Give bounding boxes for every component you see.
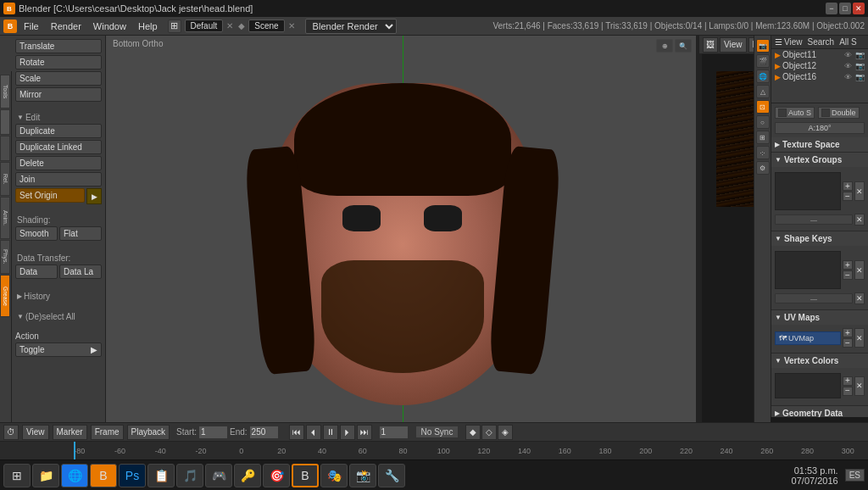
uv-view-button[interactable]: View: [720, 37, 747, 53]
nav-view-icon[interactable]: ⊕: [656, 39, 673, 53]
taskbar-explorer-button[interactable]: 📁: [32, 464, 59, 487]
timeline-playhead[interactable]: [74, 442, 75, 460]
taskbar-music-button[interactable]: 🎵: [176, 464, 203, 487]
menu-render[interactable]: Render: [46, 19, 86, 33]
prop-icon-object[interactable]: △: [756, 85, 770, 98]
taskbar-app5-button[interactable]: 🔧: [378, 464, 405, 487]
engine-dropdown[interactable]: Blender Render: [303, 19, 398, 34]
object-11-eye-icon[interactable]: 👁: [844, 51, 852, 59]
uv-type-icon[interactable]: 🖼: [703, 37, 718, 53]
play-back-icon[interactable]: ⏴: [306, 425, 321, 440]
menu-window[interactable]: Window: [88, 19, 131, 33]
object-16-eye-icon[interactable]: 👁: [844, 73, 852, 81]
vertex-groups-x-button[interactable]: ✕: [854, 181, 865, 201]
vertex-group-check-button[interactable]: ✕: [854, 214, 865, 226]
geometry-data-header[interactable]: ▶ Geometry Data: [771, 406, 868, 417]
angle-input[interactable]: A:180°: [775, 122, 865, 134]
keyframe-3-icon[interactable]: ◈: [498, 425, 513, 440]
prop-icon-scene[interactable]: 🎬: [756, 54, 770, 68]
vertical-divider[interactable]: [696, 36, 698, 453]
taskbar-office-button[interactable]: 📋: [147, 464, 175, 487]
tab-2[interactable]: [0, 136, 10, 161]
close-button[interactable]: ✕: [853, 3, 865, 14]
object-item-11[interactable]: ▶ Object11 👁 📷: [771, 49, 868, 60]
object-list-view[interactable]: View: [784, 37, 803, 47]
shape-keys-x-button[interactable]: ✕: [854, 260, 865, 280]
vertex-groups-minus-button[interactable]: −: [843, 192, 853, 201]
delete-button[interactable]: Delete: [15, 156, 102, 170]
end-frame-input[interactable]: [249, 426, 279, 439]
object-list-search[interactable]: Search: [808, 37, 835, 47]
play-jump-start-icon[interactable]: ⏮: [289, 425, 304, 440]
keyframe-1-icon[interactable]: ◆: [465, 425, 481, 440]
taskbar-security-button[interactable]: 🔑: [234, 464, 261, 487]
mirror-button[interactable]: Mirror: [15, 87, 102, 102]
taskbar-start-button[interactable]: ⊞: [3, 464, 31, 487]
uv-maps-list-item[interactable]: 🗺 UVMap: [775, 331, 841, 345]
translate-button[interactable]: Translate: [15, 39, 102, 53]
keyframe-2-icon[interactable]: ◇: [481, 425, 497, 440]
object-12-eye-icon[interactable]: 👁: [844, 62, 852, 70]
uv-maps-x-button[interactable]: ✕: [854, 328, 865, 348]
nav-zoom-icon[interactable]: 🔍: [675, 39, 692, 53]
action-dropdown[interactable]: Toggle ▶: [15, 342, 102, 357]
timeline-marker-button[interactable]: Marker: [53, 425, 87, 440]
flat-button[interactable]: Flat: [59, 226, 102, 241]
smooth-button[interactable]: Smooth: [15, 226, 58, 241]
menu-help[interactable]: Help: [133, 19, 163, 33]
prop-icon-texture[interactable]: ⊞: [756, 131, 770, 144]
vertex-colors-plus-button[interactable]: +: [843, 376, 853, 386]
taskbar-language[interactable]: ES: [845, 469, 865, 482]
maximize-button[interactable]: □: [839, 3, 851, 14]
menu-file[interactable]: File: [19, 19, 44, 33]
object-12-render-icon[interactable]: 📷: [855, 62, 865, 70]
object-11-render-icon[interactable]: 📷: [855, 51, 865, 59]
object-item-12[interactable]: ▶ Object12 👁 📷: [771, 60, 868, 71]
prop-icon-particles[interactable]: ·:·: [756, 146, 770, 159]
scene-label[interactable]: Scene: [248, 19, 284, 32]
current-frame-input[interactable]: [379, 426, 409, 439]
set-origin-arrow-button[interactable]: ▶: [86, 188, 102, 204]
data-button[interactable]: Data: [15, 264, 58, 279]
tab-1[interactable]: [0, 109, 10, 135]
double-checkbox[interactable]: [821, 109, 830, 117]
duplicate-button[interactable]: Duplicate: [15, 124, 102, 138]
no-sync-select[interactable]: No Sync: [415, 426, 459, 438]
uv-left-divider[interactable]: [699, 54, 702, 453]
tab-animation[interactable]: Anim.: [0, 197, 10, 239]
object-item-16[interactable]: ▶ Object16 👁 📷: [771, 71, 868, 82]
texture-space-header[interactable]: ▶ Texture Space: [771, 137, 868, 152]
taskbar-chrome-button[interactable]: 🌐: [61, 464, 88, 487]
object-16-render-icon[interactable]: 📷: [855, 73, 865, 81]
duplicate-linked-button[interactable]: Duplicate Linked: [15, 140, 102, 154]
timeline-type-icon[interactable]: ⏱: [3, 425, 19, 440]
scale-button[interactable]: Scale: [15, 71, 102, 86]
join-button[interactable]: Join: [15, 172, 102, 187]
shape-keys-header[interactable]: ▼ Shape Keys: [771, 231, 868, 246]
shape-keys-plus-button[interactable]: +: [843, 260, 853, 270]
timeline-frame-button[interactable]: Frame: [91, 425, 124, 440]
uv-maps-minus-button[interactable]: −: [843, 338, 853, 348]
auto5-checkbox[interactable]: [778, 109, 787, 117]
uv-maps-plus-button[interactable]: +: [843, 328, 853, 337]
prop-icon-material[interactable]: ○: [756, 115, 770, 129]
tab-physics[interactable]: Phys.: [0, 240, 10, 274]
data-la-button[interactable]: Data La: [59, 264, 102, 279]
taskbar-blender-button[interactable]: B: [90, 464, 117, 487]
timeline-view-button[interactable]: View: [22, 425, 49, 440]
vertex-colors-header[interactable]: ▼ Vertex Colors: [771, 354, 868, 368]
workspace-label[interactable]: Default: [185, 19, 224, 32]
tab-relations[interactable]: Rel.: [0, 162, 10, 196]
prop-icon-world[interactable]: 🌐: [756, 70, 770, 83]
vertex-colors-minus-button[interactable]: −: [843, 387, 853, 396]
uv-maps-header[interactable]: ▼ UV Maps: [771, 310, 868, 325]
taskbar-app1-button[interactable]: 🎯: [263, 464, 290, 487]
timeline-playback-button[interactable]: Playback: [127, 425, 170, 440]
vertex-groups-header[interactable]: ▼ Vertex Groups: [771, 153, 868, 167]
play-jump-end-icon[interactable]: ⏭: [357, 425, 372, 440]
vertex-colors-x-button[interactable]: ✕: [854, 376, 865, 396]
tab-grease-pencil[interactable]: Grease: [0, 275, 10, 317]
taskbar-app2-button[interactable]: B: [292, 464, 319, 487]
minimize-button[interactable]: −: [826, 3, 837, 14]
prop-icon-mesh[interactable]: ⊡: [756, 100, 770, 114]
